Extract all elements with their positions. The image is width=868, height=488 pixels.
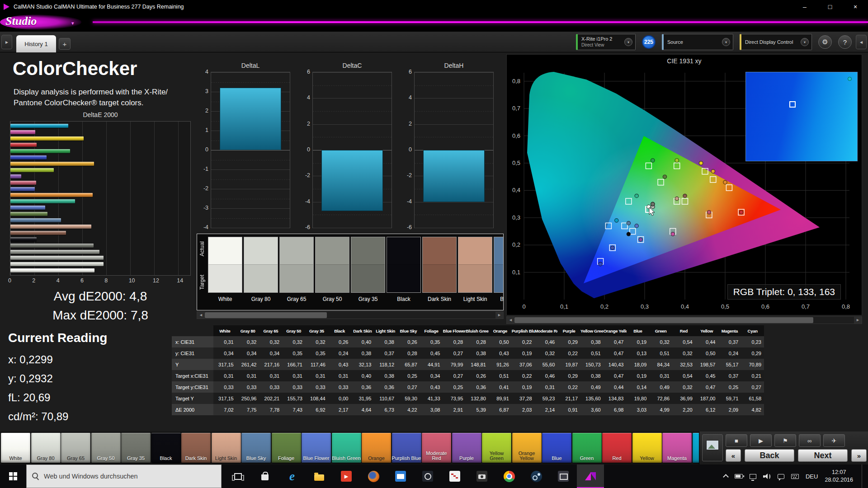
patch-tile-red[interactable]: Red [602, 433, 632, 463]
deltae-bar-orange-yellow [10, 162, 94, 166]
patch-tile-magenta[interactable]: Magenta [662, 433, 692, 463]
media-icon [341, 471, 352, 482]
back-button[interactable]: Back [745, 449, 794, 462]
column-header: Gray 65 [259, 325, 283, 336]
scrollbar-thumb[interactable] [514, 317, 813, 323]
column-header: Gray 50 [282, 325, 305, 336]
patch-tile-gray-65[interactable]: Gray 65 [61, 433, 90, 463]
loop-icon[interactable]: ∞ [799, 434, 821, 447]
search-input[interactable] [44, 473, 216, 480]
swatch-strip-scrollbar[interactable]: ◄ ► [197, 311, 504, 319]
taskbar-icon-media[interactable] [333, 465, 360, 488]
settings-gear-button[interactable]: ⚙ [818, 35, 832, 49]
pattern-preview-button[interactable] [702, 434, 723, 461]
patch-tile-blue[interactable]: Blue [542, 433, 571, 463]
taskbar-icon-camera[interactable] [468, 465, 495, 488]
tab-bar: ▸ History 1 + X-Rite i1Pro 2 Direct View… [0, 32, 868, 52]
column-header: Yellow Green [580, 325, 604, 336]
taskbar-icon-edge[interactable] [278, 465, 306, 488]
chevron-down-icon[interactable]: ▾ [624, 38, 632, 46]
patch-tile-yellow-green[interactable]: Yellow Green [482, 433, 511, 463]
taskbar-icon-snip[interactable] [550, 465, 577, 488]
taskbar-icon-calman[interactable] [577, 465, 604, 488]
patch-tile-blue-flower[interactable]: Blue Flower [302, 433, 331, 463]
language-indicator[interactable]: DEU [806, 473, 818, 480]
patch-tile-dark-skin[interactable]: Dark Skin [181, 433, 211, 463]
scroll-left-icon[interactable]: ◄ [507, 317, 514, 324]
table-row: Target y:CIE310,330,330,330,330,330,330,… [172, 381, 764, 393]
patch-tile-gray-80[interactable]: Gray 80 [31, 433, 61, 463]
tray-battery-icon[interactable] [735, 474, 743, 479]
svg-text:0: 0 [522, 303, 525, 310]
next-button[interactable]: Next [798, 449, 848, 462]
chevron-down-icon[interactable]: ▾ [722, 38, 730, 46]
tray-volume-icon[interactable] [763, 474, 771, 479]
patch-tile-orange[interactable]: Orange [362, 433, 391, 463]
patch-tile-gray-35[interactable]: Gray 35 [121, 433, 151, 463]
patch-tile-white[interactable]: White [1, 433, 30, 463]
scrollbar-thumb[interactable] [205, 312, 327, 318]
scroll-right-icon[interactable]: ► [495, 312, 503, 319]
reading-fl: fL: 20,69 [8, 391, 50, 404]
patch-tile-black[interactable]: Black [151, 433, 181, 463]
patch-tile-foliage[interactable]: Foliage [272, 433, 301, 463]
stop-icon[interactable]: ■ [726, 434, 747, 447]
taskbar-icon-explorer[interactable] [306, 465, 333, 488]
patch-tile-green[interactable]: Green [572, 433, 602, 463]
calman-icon [585, 471, 596, 482]
patch-tile-yellow[interactable]: Yellow [632, 433, 662, 463]
display-control-label: Direct Display Control [745, 39, 793, 45]
scroll-right-icon[interactable]: ► [854, 317, 862, 324]
close-button[interactable]: × [843, 0, 868, 13]
patch-tile-bluish-green[interactable]: Bluish Green [332, 433, 361, 463]
taskbar-icon-firefox[interactable] [360, 465, 387, 488]
column-header: Foliage [420, 325, 443, 336]
help-button[interactable]: ? [838, 35, 852, 49]
meter-dropdown[interactable]: X-Rite i1Pro 2 Direct View ▾ [576, 34, 636, 50]
display-control-dropdown[interactable]: Direct Display Control ▾ [740, 34, 812, 50]
patch-tile-orange-yellow[interactable]: Orange Yellow [512, 433, 542, 463]
navigation-buttons: « Back Next » [726, 449, 867, 462]
play-icon[interactable]: ▶ [750, 434, 772, 447]
taskbar-icon-chrome[interactable] [495, 465, 523, 488]
taskbar-icon-store[interactable] [251, 465, 278, 488]
chevron-down-icon[interactable]: ▾ [801, 38, 809, 46]
deltae-bar-chart [10, 121, 191, 276]
taskbar-icon-steps[interactable] [441, 465, 468, 488]
minimize-button[interactable]: – [792, 0, 817, 13]
expand-left-panel-button[interactable]: ▸ [1, 35, 12, 49]
svg-text:0,3: 0,3 [641, 303, 649, 310]
studio-menu-caret-icon[interactable]: ▾ [71, 20, 74, 26]
patch-tile-moderate-red[interactable]: Moderate Red [422, 433, 451, 463]
patch-tile-purplish-blue[interactable]: Purplish Blue [392, 433, 421, 463]
cie-scrollbar[interactable]: ◄ ► [506, 316, 862, 324]
expand-right-panel-button[interactable]: ◂ [856, 35, 867, 49]
chevrons-next-icon[interactable]: » [851, 449, 867, 462]
patch-tile-blue-sky[interactable]: Blue Sky [241, 433, 271, 463]
taskbar-icon-steam[interactable] [523, 465, 550, 488]
patch-tile-purple[interactable]: Purple [452, 433, 481, 463]
tray-expand-icon[interactable] [724, 474, 728, 479]
start-button[interactable] [0, 465, 26, 488]
chevrons-back-icon[interactable]: « [726, 449, 741, 462]
calman-app-window: CalMAN Studio CalMAN Ultimate for Busine… [0, 0, 868, 488]
source-dropdown[interactable]: Source ▾ [662, 34, 733, 50]
svg-text:0,1: 0,1 [512, 269, 520, 276]
tray-network-icon[interactable] [750, 474, 756, 479]
taskbar-icon-photos[interactable] [414, 465, 441, 488]
flag-icon[interactable]: ⚑ [774, 434, 796, 447]
patch-tile-gray-50[interactable]: Gray 50 [91, 433, 121, 463]
tray-keyboard-icon[interactable] [791, 474, 799, 479]
send-to-display-icon[interactable]: ✈ [823, 434, 845, 447]
show-desktop-button[interactable] [862, 465, 865, 488]
patch-tile-light-skin[interactable]: Light Skin [212, 433, 241, 463]
taskbar-icon-task-view[interactable] [224, 465, 251, 488]
maximize-button[interactable]: □ [817, 0, 843, 13]
taskbar-search[interactable] [26, 465, 222, 488]
taskbar-clock[interactable]: 12:07 28.02.2016 [825, 469, 853, 484]
add-tab-button[interactable]: + [59, 38, 71, 50]
scroll-left-icon[interactable]: ◄ [197, 312, 205, 319]
tray-chat-icon[interactable] [778, 474, 784, 479]
tab-history-1[interactable]: History 1 [16, 35, 56, 52]
taskbar-icon-mail[interactable] [387, 465, 414, 488]
